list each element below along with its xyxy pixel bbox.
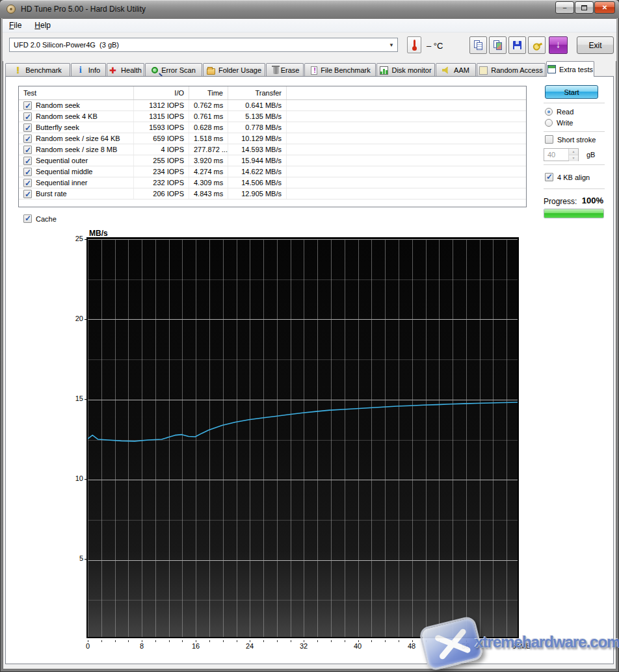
table-row[interactable]: Sequential inner 232 IOPS 4.309 ms 14.50… [19, 177, 526, 188]
short-stroke-option[interactable]: Short stroke [545, 135, 596, 144]
test-name: Sequential inner [36, 177, 88, 188]
table-row[interactable]: Sequential middle 234 IOPS 4.274 ms 14.6… [19, 166, 526, 177]
copy-text-button[interactable] [469, 36, 487, 54]
minimize-button[interactable]: – [555, 1, 574, 14]
tab-label: AAM [454, 66, 469, 74]
test-name: Random seek / size 64 KB [36, 133, 120, 144]
read-option[interactable]: Read [545, 108, 573, 116]
tab-info[interactable]: Info [71, 63, 106, 77]
tab-label: Info [88, 66, 100, 74]
row-checkbox[interactable] [23, 168, 32, 176]
save-button[interactable] [508, 36, 526, 54]
y-tick-label: 5 [68, 554, 83, 562]
column-header-transfer[interactable]: Transfer [228, 86, 287, 99]
align-option[interactable]: 4 KB align [545, 173, 590, 181]
table-row[interactable]: Random seek / size 64 KB 659 IOPS 1.518 … [19, 133, 526, 144]
table-row[interactable]: Random seek / size 8 MB 4 IOPS 277.872 .… [19, 144, 526, 155]
y-tick-label: 15 [68, 394, 83, 402]
exit-label: Exit [588, 41, 601, 50]
save-icon [512, 40, 523, 51]
size-stepper[interactable]: 40 ▲▼ [544, 148, 579, 161]
info-icon [77, 66, 85, 75]
io-value: 255 IOPS [134, 155, 189, 166]
row-checkbox[interactable] [23, 123, 32, 132]
close-button[interactable]: ✕ [594, 1, 615, 14]
tab-random-access[interactable]: Random Access [477, 63, 546, 77]
size-value: 40 [547, 151, 555, 159]
erase-icon [273, 67, 279, 74]
read-label: Read [557, 108, 573, 116]
tab-health[interactable]: Health [107, 63, 144, 77]
column-header-time[interactable]: Time [189, 86, 228, 99]
table-row[interactable]: Burst rate 206 IOPS 4.843 ms 12.905 MB/s [19, 188, 526, 200]
table-row[interactable]: Random seek 1312 IOPS 0.762 ms 0.641 MB/… [19, 100, 526, 111]
align-checkbox[interactable] [545, 173, 553, 181]
tab-strip: Benchmark Info Health Error Scan Folder … [0, 61, 619, 77]
maximize-button[interactable] [575, 1, 594, 14]
time-value: 0.761 ms [189, 111, 228, 122]
row-checkbox[interactable] [23, 101, 32, 110]
tab-error-scan[interactable]: Error Scan [145, 63, 202, 77]
row-checkbox[interactable] [23, 146, 32, 154]
exit-button[interactable]: Exit [577, 36, 614, 54]
tab-label: Erase [281, 66, 300, 74]
extra-tests-icon [547, 65, 556, 73]
row-checkbox[interactable] [23, 157, 32, 165]
transfer-value: 14.622 MB/s [228, 166, 287, 177]
test-name: Butterfly seek [36, 122, 79, 133]
cache-checkbox[interactable] [23, 214, 32, 223]
menu-file[interactable]: File [3, 19, 28, 32]
table-header[interactable]: Test I/O Time Transfer [19, 86, 526, 100]
tab-label: File Benchmark [321, 66, 370, 74]
table-row[interactable]: Sequential outer 255 IOPS 3.920 ms 15.94… [19, 155, 526, 166]
test-name: Random seek [36, 100, 80, 110]
file-benchmark-icon [311, 66, 317, 75]
test-name: Random seek 4 KB [36, 111, 98, 122]
tab-aam[interactable]: AAM [436, 63, 476, 77]
temperature-button[interactable] [407, 36, 421, 53]
write-option[interactable]: Write [545, 119, 573, 127]
cache-option[interactable]: Cache [23, 214, 57, 223]
row-checkbox[interactable] [23, 112, 32, 121]
time-value: 3.920 ms [189, 155, 228, 166]
options-button[interactable] [528, 36, 546, 54]
start-button[interactable]: Start [545, 85, 598, 99]
row-checkbox[interactable] [23, 135, 32, 143]
table-row[interactable]: Butterfly seek 1593 IOPS 0.628 ms 0.778 … [19, 122, 526, 133]
row-checkbox[interactable] [23, 179, 32, 187]
short-stroke-label: Short stroke [557, 136, 596, 144]
progress-value: 100% [544, 196, 603, 205]
tab-folder-usage[interactable]: Folder Usage [203, 63, 265, 77]
read-radio[interactable] [545, 108, 553, 116]
titlebar: HD Tune Pro 5.00 - Hard Disk Utility – ✕ [0, 0, 619, 18]
progress-bar [544, 209, 604, 218]
random-access-icon [479, 66, 488, 75]
menu-bar: File Help [3, 19, 616, 32]
x-tick-label: 16 [181, 642, 210, 650]
drive-selector[interactable]: UFD 2.0 Silicon-Power4G (3 gB) ▼ [9, 38, 398, 52]
copy-image-button[interactable] [489, 36, 507, 54]
short-stroke-checkbox[interactable] [545, 135, 553, 144]
toolbar: UFD 2.0 Silicon-Power4G (3 gB) ▼ – °C ↓ … [3, 32, 616, 61]
write-radio[interactable] [545, 119, 553, 127]
tab-extra-tests[interactable]: Extra tests [546, 61, 594, 77]
disk-monitor-icon [380, 66, 388, 75]
transfer-value: 12.905 MB/s [228, 188, 287, 199]
update-button[interactable]: ↓ [549, 36, 568, 54]
spin-up-icon[interactable]: ▲ [569, 149, 578, 155]
menu-help[interactable]: Help [28, 19, 57, 32]
tab-file-benchmark[interactable]: File Benchmark [304, 63, 376, 77]
tab-disk-monitor[interactable]: Disk monitor [376, 63, 435, 77]
io-value: 4 IOPS [134, 144, 189, 155]
io-value: 659 IOPS [134, 133, 189, 144]
tab-erase[interactable]: Erase [266, 63, 304, 77]
tab-benchmark[interactable]: Benchmark [5, 63, 70, 77]
x-tick-label: 8 [127, 642, 156, 650]
spin-down-icon[interactable]: ▼ [569, 155, 578, 161]
tab-label: Random Access [491, 66, 542, 74]
row-checkbox[interactable] [23, 190, 32, 198]
column-header-test[interactable]: Test [19, 86, 134, 99]
table-row[interactable]: Random seek 4 KB 1315 IOPS 0.761 ms 5.13… [19, 111, 526, 122]
column-header-io[interactable]: I/O [134, 86, 189, 99]
x-tick-label: 24 [235, 642, 264, 650]
